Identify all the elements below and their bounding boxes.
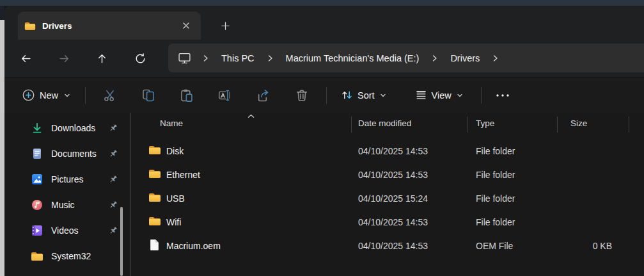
folder-icon	[148, 145, 161, 155]
column-separator[interactable]	[351, 117, 352, 133]
pin-icon	[109, 200, 118, 209]
forward-arrow-icon	[58, 53, 70, 65]
file-date-modified: 04/10/2025 14:53	[358, 170, 428, 180]
breadcrumb-drivers[interactable]: Drivers	[449, 51, 481, 66]
column-separator[interactable]	[467, 117, 467, 133]
chevron-down-icon	[63, 92, 71, 99]
new-tab-button[interactable]	[216, 16, 235, 35]
desktop-top-strip	[0, 0, 644, 6]
chevron-right-icon	[492, 54, 498, 62]
tab-drivers[interactable]: Drivers	[18, 12, 201, 40]
column-separator[interactable]	[629, 117, 629, 133]
new-button-label: New	[40, 90, 58, 101]
refresh-icon	[134, 53, 146, 65]
pin-icon	[109, 175, 118, 184]
column-header-type[interactable]: Type	[476, 118, 494, 128]
sidebar-scrollbar[interactable]	[120, 207, 123, 276]
toolbar-separator	[85, 87, 86, 104]
chevron-down-icon	[456, 92, 464, 99]
navigation-bar: This PC Macrium Technician's Media (E:) …	[4, 40, 644, 77]
copy-button[interactable]	[141, 83, 156, 108]
cut-button[interactable]	[102, 83, 118, 108]
copy-icon	[141, 88, 155, 102]
pictures-icon	[31, 173, 43, 186]
file-icon	[150, 239, 159, 251]
file-row-usb[interactable]: USB 04/10/2025 15:24 File folder	[133, 187, 640, 211]
folder-icon	[31, 251, 43, 261]
sidebar-item-downloads[interactable]: Downloads	[13, 115, 122, 141]
paste-button[interactable]	[179, 83, 194, 108]
sort-icon	[341, 89, 353, 101]
sidebar-item-system32[interactable]: System32	[13, 243, 122, 269]
file-size: 0 KB	[540, 241, 612, 251]
file-date-modified: 04/10/2025 14:53	[358, 241, 428, 251]
sidebar-item-music[interactable]: Music	[13, 192, 122, 218]
file-row-macrium-oem[interactable]: Macrium.oem 04/10/2025 14:53 OEM File 0 …	[133, 234, 640, 258]
new-button[interactable]: New	[17, 83, 76, 108]
file-name: Ethernet	[166, 170, 200, 180]
sort-ascending-icon	[247, 114, 255, 118]
explorer-window: Drivers	[4, 6, 644, 276]
chevron-right-icon	[203, 54, 208, 62]
sort-button-label: Sort	[357, 90, 375, 101]
delete-button[interactable]	[294, 83, 310, 108]
file-list: Name Date modified Type Size Disk 04/10/…	[130, 113, 644, 276]
file-row-ethernet[interactable]: Ethernet 04/10/2025 14:53 File folder	[133, 163, 640, 187]
file-name: Wifi	[166, 217, 181, 227]
file-type: OEM File	[476, 241, 513, 251]
sidebar-item-videos[interactable]: Videos	[13, 218, 122, 243]
videos-icon	[31, 224, 43, 237]
music-icon	[31, 199, 43, 211]
file-row-wifi[interactable]: Wifi 04/10/2025 14:53 File folder	[133, 211, 640, 234]
pin-icon	[109, 226, 118, 235]
column-separator[interactable]	[557, 117, 558, 133]
up-arrow-icon	[96, 53, 108, 65]
folder-icon	[148, 216, 161, 226]
up-button[interactable]	[91, 47, 113, 69]
share-button[interactable]	[256, 83, 271, 108]
file-name: USB	[166, 193, 185, 204]
pin-icon	[109, 124, 118, 133]
column-header-date-modified[interactable]: Date modified	[358, 118, 411, 128]
folder-icon	[24, 21, 36, 31]
close-tab-icon[interactable]	[178, 17, 194, 34]
file-type: File folder	[476, 217, 515, 227]
file-type: File folder	[476, 170, 515, 180]
tab-bar: Drivers	[4, 6, 644, 40]
rename-button[interactable]	[217, 83, 233, 108]
column-header-size[interactable]: Size	[570, 118, 587, 128]
file-name: Disk	[166, 146, 184, 156]
share-icon	[256, 88, 271, 102]
chevron-right-icon	[432, 54, 437, 62]
column-header-name[interactable]: Name	[160, 118, 183, 128]
tab-label: Drivers	[42, 21, 178, 31]
back-button[interactable]	[15, 47, 36, 69]
sort-button[interactable]: Sort	[334, 83, 393, 108]
sidebar-item-label: Downloads	[51, 123, 109, 133]
content-area: Downloads Documents	[4, 113, 644, 276]
delete-icon	[295, 88, 309, 102]
sidebar-item-label: System32	[51, 251, 122, 261]
toolbar-separator	[481, 87, 482, 104]
chevron-down-icon	[379, 92, 387, 99]
plus-circle-icon	[22, 89, 35, 101]
cut-icon	[103, 88, 117, 102]
file-row-disk[interactable]: Disk 04/10/2025 14:53 File folder	[133, 140, 640, 163]
sidebar-item-label: Music	[51, 200, 109, 210]
file-date-modified: 04/10/2025 14:53	[358, 217, 428, 227]
sidebar-item-documents[interactable]: Documents	[13, 141, 122, 166]
sidebar-item-pictures[interactable]: Pictures	[13, 166, 122, 192]
file-type: File folder	[476, 193, 515, 204]
paste-icon	[180, 88, 194, 102]
breadcrumb-drive[interactable]: Macrium Technician's Media (E:)	[285, 51, 421, 66]
downloads-icon	[31, 122, 43, 134]
view-button[interactable]: View	[409, 83, 470, 108]
see-more-button[interactable]	[492, 83, 514, 108]
sidebar-item-label: Pictures	[51, 174, 109, 184]
breadcrumb-this-pc[interactable]: This PC	[220, 51, 256, 66]
refresh-button[interactable]	[129, 47, 151, 69]
sidebar-item-label: Documents	[51, 149, 109, 159]
folder-icon	[148, 192, 161, 202]
address-bar[interactable]: This PC Macrium Technician's Media (E:) …	[168, 44, 644, 72]
forward-button[interactable]	[53, 47, 75, 69]
